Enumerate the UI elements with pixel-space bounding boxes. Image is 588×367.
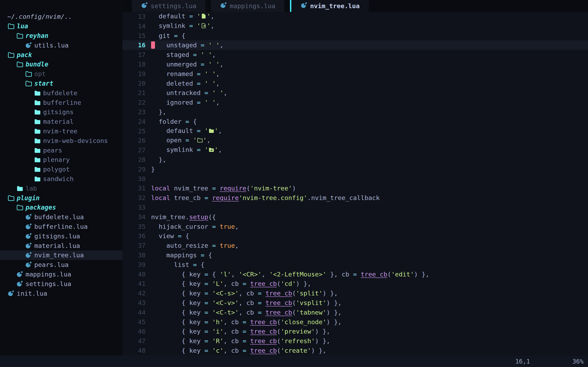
tree-item-bundle[interactable]: bundle — [0, 59, 122, 69]
tab-mappings.lua[interactable]: mappings.lua — [211, 0, 285, 12]
tree-item-sandwich[interactable]: sandwich — [0, 174, 122, 184]
code-line-15[interactable]: 15 git = { — [122, 31, 588, 41]
code-line-36[interactable]: 36 view = { — [122, 231, 588, 241]
code-line-22[interactable]: 22 ignored = ' ', — [122, 98, 588, 107]
code-line-43[interactable]: 43 { key = '<C-v>', cb = tree_cb('vsplit… — [122, 298, 588, 308]
tab-nvim_tree.lua[interactable]: nvim_tree.lua — [291, 0, 369, 12]
tree-item-material[interactable]: material — [0, 117, 122, 126]
code-token — [201, 99, 205, 106]
code-line-34[interactable]: 34nvim_tree.setup({ — [122, 212, 588, 222]
tree-item-~-.config-nvim-..[interactable]: ~/.config/nvim/.. — [0, 12, 122, 21]
main-area: ~/.config/nvim/..luareyhanutils.luapackb… — [0, 0, 588, 355]
code-line-41[interactable]: 41 { key = 'L', cb = tree_cb('cd') }, — [122, 279, 588, 289]
tree-item-gitsigns.lua[interactable]: gitsigns.lua — [0, 231, 122, 241]
tree-item-opt[interactable]: opt — [0, 69, 122, 79]
code-line-32[interactable]: 32local tree_cb = require'nvim-tree.conf… — [122, 193, 588, 203]
tree-item-bufdelete.lua[interactable]: bufdelete.lua — [0, 212, 122, 222]
code-token: deleted — [151, 80, 197, 87]
line-content: auto_resize = true, — [151, 241, 588, 250]
code-line-35[interactable]: 35 hijack_cursor = true, — [122, 222, 588, 231]
code-token: open — [151, 136, 185, 144]
code-line-29[interactable]: 29} — [122, 165, 588, 174]
code-line-48[interactable]: 48 { key = 'c', cb = tree_cb('create') }… — [122, 346, 588, 355]
tree-item-lab[interactable]: lab — [0, 184, 122, 193]
code-token: ) }, — [323, 290, 338, 297]
code-token: 'h' — [212, 318, 224, 325]
code-token: = — [204, 194, 208, 201]
code-token: = — [197, 99, 201, 106]
folder-closed-icon — [34, 147, 41, 154]
tree-item-nvim-tree[interactable]: nvim-tree — [0, 126, 122, 136]
code-token: view — [151, 232, 178, 240]
tree-item-mappings.lua[interactable]: mappings.lua — [0, 269, 122, 279]
tab-settings.lua[interactable]: settings.lua — [132, 0, 205, 12]
tree-item-bufferline.lua[interactable]: bufferline.lua — [0, 222, 122, 231]
code-line-13[interactable]: 13 default = '', — [122, 12, 588, 21]
code-line-45[interactable]: 45 { key = 'h', cb = tree_cb('close_node… — [122, 317, 588, 327]
tree-icon-wrap — [34, 127, 43, 135]
code-token: '<CR>' — [239, 271, 261, 278]
tree-item-reyhan[interactable]: reyhan — [0, 31, 122, 41]
tree-item-nvim-web-devicons[interactable]: nvim-web-devicons — [0, 136, 122, 145]
code-token — [201, 127, 205, 134]
tree-item-label: mappings.lua — [26, 271, 71, 278]
code-line-33[interactable]: 33 — [122, 203, 588, 212]
code-line-39[interactable]: 39 list = { — [122, 260, 588, 269]
code-line-20[interactable]: 20 deleted = ' ', — [122, 79, 588, 88]
lua-icon — [25, 223, 32, 230]
tree-item-plenary[interactable]: plenary — [0, 155, 122, 165]
tree-item-bufdelete[interactable]: bufdelete — [0, 88, 122, 98]
code-token: , — [212, 51, 216, 58]
tree-item-polygot[interactable]: polygot — [0, 165, 122, 174]
code-editor[interactable]: 13 default = '',14 symlink = '',15 git =… — [122, 12, 588, 355]
tree-item-label: nvim-tree — [43, 127, 77, 135]
code-token: mappings — [151, 251, 201, 259]
code-token: = — [204, 280, 208, 287]
tree-item-lua[interactable]: lua — [0, 21, 122, 31]
tree-item-packages[interactable]: packages — [0, 203, 122, 212]
tree-item-bufferline[interactable]: bufferline — [0, 98, 122, 107]
code-line-17[interactable]: 17 staged = ' ', — [122, 50, 588, 59]
tree-item-utils.lua[interactable]: utils.lua — [0, 40, 122, 50]
code-token: }, — [151, 108, 166, 116]
code-line-27[interactable]: 27 symlink = '', — [122, 145, 588, 155]
tree-item-plugin[interactable]: plugin — [0, 193, 122, 203]
tree-item-gitsigns[interactable]: gitsigns — [0, 107, 122, 117]
lua-icon — [16, 271, 23, 278]
code-line-40[interactable]: 40 { key = { 'l', '<CR>', '<2-LeftMouse>… — [122, 269, 588, 279]
code-token — [208, 337, 212, 345]
code-line-18[interactable]: 18 unmerged = ' ', — [122, 59, 588, 69]
code-token — [208, 299, 212, 307]
code-line-21[interactable]: 21 untracked = ' ', — [122, 88, 588, 98]
tab-label: settings.lua — [151, 2, 196, 9]
tree-item-pears[interactable]: pears — [0, 145, 122, 155]
code-line-44[interactable]: 44 { key = '<C-t>', cb = tree_cb('tabnew… — [122, 308, 588, 317]
code-line-14[interactable]: 14 symlink = '', — [122, 21, 588, 31]
code-token: = — [204, 299, 208, 307]
code-line-47[interactable]: 47 { key = 'R', cb = tree_cb('refresh') … — [122, 336, 588, 346]
tree-item-start[interactable]: start — [0, 79, 122, 88]
code-line-28[interactable]: 28 }, — [122, 155, 588, 165]
code-line-24[interactable]: 24 folder = { — [122, 117, 588, 126]
code-token: = — [185, 136, 189, 144]
code-line-42[interactable]: 42 { key = '<C-s>', cb = tree_cb('split'… — [122, 289, 588, 298]
code-line-46[interactable]: 46 { key = 'i', cb = tree_cb('preview') … — [122, 327, 588, 336]
tree-item-material.lua[interactable]: material.lua — [0, 241, 122, 250]
code-line-31[interactable]: 31local nvim_tree = require('nvim-tree') — [122, 184, 588, 193]
code-token — [189, 136, 193, 144]
tree-item-pack[interactable]: pack — [0, 50, 122, 59]
code-line-23[interactable]: 23 }, — [122, 107, 588, 117]
code-token: local — [151, 184, 170, 192]
code-line-38[interactable]: 38 mappings = { — [122, 250, 588, 260]
code-line-19[interactable]: 19 renamed = ' ', — [122, 69, 588, 79]
code-line-26[interactable]: 26 open = '', — [122, 136, 588, 145]
tree-item-pears.lua[interactable]: pears.lua — [0, 260, 122, 269]
code-line-16[interactable]: 16 unstaged = ' ', — [122, 40, 588, 50]
code-line-25[interactable]: 25 default = '', — [122, 126, 588, 136]
tree-item-settings.lua[interactable]: settings.lua — [0, 279, 122, 289]
code-line-37[interactable]: 37 auto_resize = true, — [122, 241, 588, 250]
tree-item-nvim-tree.lua[interactable]: nvim_tree.lua — [0, 250, 122, 260]
code-line-30[interactable]: 30 — [122, 174, 588, 184]
tree-item-init.lua[interactable]: init.lua — [0, 289, 122, 298]
tree-icon-wrap — [7, 51, 17, 58]
